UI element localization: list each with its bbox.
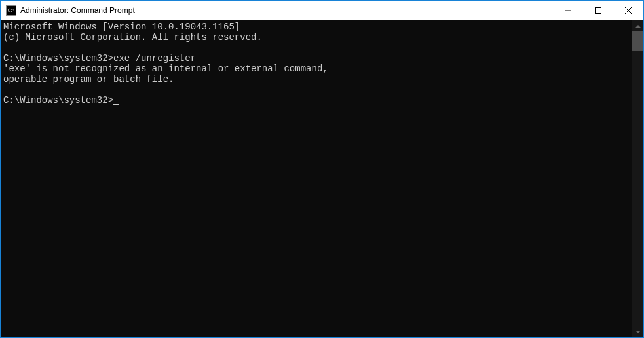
close-icon bbox=[625, 7, 632, 14]
cmd-icon-label: C:\ bbox=[7, 9, 14, 13]
terminal-line: (c) Microsoft Corporation. All rights re… bbox=[3, 32, 262, 43]
maximize-button[interactable] bbox=[583, 1, 613, 20]
terminal-line: C:\Windows\system32>exe /unregister bbox=[3, 53, 196, 64]
minimize-button[interactable] bbox=[553, 1, 583, 20]
scrollbar-thumb[interactable] bbox=[632, 31, 643, 51]
chevron-down-icon bbox=[635, 331, 641, 333]
vertical-scrollbar[interactable] bbox=[632, 20, 643, 337]
close-button[interactable] bbox=[613, 1, 643, 20]
terminal-line: C:\Windows\system32> bbox=[3, 95, 113, 105]
window-title: Administrator: Command Prompt bbox=[20, 6, 553, 15]
terminal-output[interactable]: Microsoft Windows [Version 10.0.19043.11… bbox=[1, 20, 632, 337]
scrollbar-track[interactable] bbox=[632, 31, 643, 326]
terminal-line: 'exe' is not recognized as an internal o… bbox=[3, 64, 328, 74]
terminal-line: operable program or batch file. bbox=[3, 74, 174, 84]
terminal-area: Microsoft Windows [Version 10.0.19043.11… bbox=[1, 20, 643, 337]
chevron-up-icon bbox=[635, 25, 641, 28]
svg-rect-1 bbox=[596, 8, 601, 14]
window-controls bbox=[553, 1, 643, 20]
scroll-down-button[interactable] bbox=[632, 326, 643, 337]
command-prompt-window: C:\ Administrator: Command Prompt bbox=[0, 0, 644, 338]
terminal-line: Microsoft Windows [Version 10.0.19043.11… bbox=[3, 22, 240, 32]
titlebar[interactable]: C:\ Administrator: Command Prompt bbox=[1, 1, 643, 20]
terminal-cursor bbox=[113, 104, 119, 105]
scroll-up-button[interactable] bbox=[632, 20, 643, 31]
maximize-icon bbox=[595, 7, 601, 14]
minimize-icon bbox=[565, 7, 571, 14]
cmd-icon: C:\ bbox=[6, 5, 16, 16]
